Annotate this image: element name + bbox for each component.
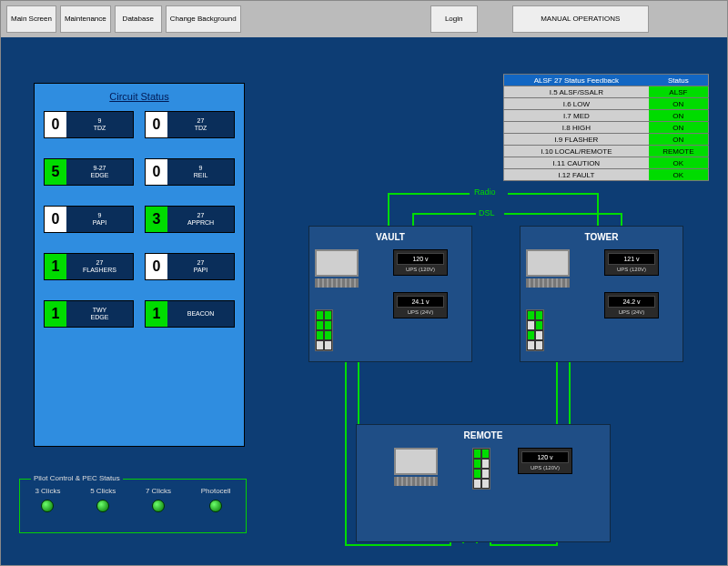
login-button[interactable]: Login <box>430 5 478 33</box>
circuit-tile[interactable]: 09REIL <box>145 158 235 186</box>
circuit-count: 3 <box>146 207 167 232</box>
ups-voltage: 120 v <box>397 253 444 265</box>
circuit-tile[interactable]: 127FLASHERS <box>44 253 134 280</box>
wire <box>621 213 622 226</box>
feedback-row-value: ON <box>649 134 709 146</box>
switch-port <box>473 479 481 489</box>
pilot-item-label: 7 Clicks <box>146 487 171 495</box>
led-icon <box>41 500 54 512</box>
feedback-row-value: ALSF <box>649 86 709 98</box>
switch-port <box>473 459 481 469</box>
switch-port <box>535 320 543 330</box>
switch-port <box>324 330 332 340</box>
switch-port <box>527 340 535 350</box>
led-icon <box>209 500 222 512</box>
switch-port <box>316 310 324 320</box>
circuit-tile[interactable]: 09PAPI <box>44 206 134 233</box>
circuit-status-panel: Circuit Status 09TDZ027TDZ59-27EDGE09REI… <box>34 83 245 447</box>
feedback-header-status: Status <box>649 75 709 86</box>
ups-120v: 120 v UPS (120V) <box>393 249 448 276</box>
wire <box>345 544 451 546</box>
switch-port <box>481 449 490 459</box>
wire <box>450 542 451 546</box>
database-button[interactable]: Database <box>115 5 162 33</box>
tower-title: TOWER <box>526 232 677 242</box>
pilot-control-panel: Pilot Control & PEC Status 3 Clicks5 Cli… <box>19 479 247 533</box>
circuit-tile[interactable]: 59-27EDGE <box>44 158 134 186</box>
ups-voltage: 121 v <box>608 253 655 265</box>
switch-icon <box>526 309 544 351</box>
circuit-tile[interactable]: 027TDZ <box>145 111 235 138</box>
circuit-label: 9TDZ <box>66 112 133 137</box>
change-background-button[interactable]: Change Background <box>166 5 241 33</box>
switch-port <box>316 320 324 330</box>
feedback-row-label: I.9 FLASHER <box>504 134 649 146</box>
circuit-count: 5 <box>45 159 66 185</box>
circuit-tile[interactable]: 1BEACON <box>145 300 235 328</box>
wire <box>504 213 622 215</box>
top-toolbar: Main Screen Maintenance Database Change … <box>1 1 727 37</box>
feedback-row-value: ON <box>649 98 709 110</box>
circuit-label: 27TDZ <box>167 112 234 137</box>
switch-port <box>324 320 332 330</box>
ups-120v: 121 v UPS (120V) <box>604 249 659 276</box>
ups-voltage: 24.1 v <box>397 296 444 308</box>
vault-title: VAULT <box>315 232 466 242</box>
circuit-label: 27FLASHERS <box>66 254 133 279</box>
circuit-label: BEACON <box>167 301 234 327</box>
switch-port <box>527 320 535 330</box>
feedback-row-label: I.11 CAUTION <box>504 157 649 169</box>
pilot-item: 5 Clicks <box>90 487 116 512</box>
led-icon <box>96 500 109 512</box>
switch-port <box>527 330 535 340</box>
maintenance-button[interactable]: Maintenance <box>60 5 111 33</box>
switch-port <box>481 459 490 469</box>
wire <box>597 193 599 226</box>
wire <box>412 213 476 215</box>
pilot-item-label: 5 Clicks <box>90 487 116 495</box>
pilot-item-label: 3 Clicks <box>35 487 60 495</box>
pilot-item: Photocell <box>201 487 231 512</box>
circuit-label: 27PAPI <box>167 254 234 279</box>
pilot-item: 7 Clicks <box>146 487 171 512</box>
ups-label: UPS (120V) <box>397 267 444 272</box>
switch-icon <box>315 309 333 351</box>
main-screen-button[interactable]: Main Screen <box>6 5 56 33</box>
manual-operations-button[interactable]: MANUAL OPERATIONS <box>512 5 649 33</box>
dsl-link-label: DSL <box>479 208 495 217</box>
tower-node: TOWER 121 v UPS (120V) 24.2 v UPS (24V) <box>520 226 683 362</box>
monitor-icon <box>526 249 577 293</box>
circuit-count: 0 <box>45 207 66 232</box>
switch-port <box>324 310 332 320</box>
feedback-row-value: ON <box>649 110 709 122</box>
ups-label: UPS (120V) <box>608 267 655 272</box>
circuit-count: 1 <box>146 301 167 327</box>
circuit-count: 0 <box>45 112 66 137</box>
ups-label: UPS (24V) <box>397 309 444 315</box>
feedback-row-label: I.6 LOW <box>504 98 649 110</box>
circuit-tile[interactable]: 027PAPI <box>145 253 235 280</box>
pilot-control-title: Pilot Control & PEC Status <box>31 474 123 482</box>
ups-24v: 24.2 v UPS (24V) <box>604 292 659 318</box>
switch-port <box>324 340 332 350</box>
circuit-tile[interactable]: 327APPRCH <box>145 206 235 233</box>
switch-port <box>473 469 481 479</box>
switch-port <box>527 310 535 320</box>
feedback-row-value: OK <box>649 157 709 169</box>
wire <box>491 544 558 546</box>
wire <box>388 193 470 195</box>
feedback-row-label: I.5 ALSF/SSALR <box>504 86 649 98</box>
ups-voltage: 24.2 v <box>608 296 655 308</box>
circuit-tile[interactable]: 09TDZ <box>44 111 134 138</box>
ups-24v: 24.1 v UPS (24V) <box>393 292 448 318</box>
circuit-tile[interactable]: 1TWYEDGE <box>44 300 134 328</box>
circuit-count: 1 <box>45 301 66 327</box>
switch-port <box>316 340 324 350</box>
wire <box>508 193 599 195</box>
remote-node: REMOTE 120 v UPS (120V) <box>356 424 611 542</box>
wire <box>345 362 347 544</box>
circuit-label: 9REIL <box>167 159 234 185</box>
feedback-row-label: I.12 FAULT <box>504 169 649 181</box>
monitor-icon <box>315 249 366 293</box>
circuit-count: 0 <box>146 112 167 137</box>
